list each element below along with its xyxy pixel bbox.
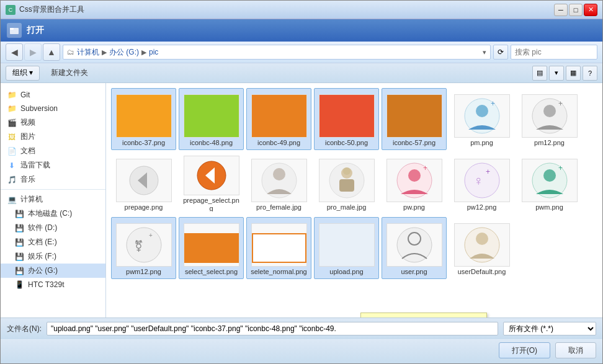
window-title: Css背景图合并工具 <box>19 4 84 15</box>
thumb-rect-orange <box>117 95 171 137</box>
file-item-iconbc-50[interactable]: iconbc-50.png <box>314 88 379 150</box>
file-item-iconbc-57[interactable]: iconbc-57.png <box>382 88 447 150</box>
file-thumbnail <box>454 223 510 267</box>
file-item-pro-male[interactable]: pro_male.jpg <box>314 153 379 215</box>
file-item-pro-female[interactable]: pro_female.jpg <box>246 153 311 215</box>
file-thumbnail <box>319 94 375 138</box>
file-item-select-select[interactable]: select_select.png <box>179 217 244 279</box>
file-name: prepage_select.png <box>182 197 241 211</box>
file-name: user.png <box>401 268 427 276</box>
dialog-icon <box>7 23 22 38</box>
open-button[interactable]: 打开(O) <box>499 342 550 358</box>
thumb-outline-rect <box>252 233 306 263</box>
sidebar-label-c: 本地磁盘 (C:) <box>28 208 72 219</box>
new-folder-button[interactable]: 新建文件夹 <box>45 66 94 81</box>
svg-rect-1 <box>10 28 14 30</box>
file-item-pw[interactable]: + pw.png <box>382 153 447 215</box>
file-item-prepage[interactable]: prepage.png <box>111 153 176 215</box>
file-item-pm[interactable]: + pm.png <box>449 88 514 150</box>
folder-icon: 📁 <box>7 90 17 100</box>
pm-avatar-svg: + <box>463 97 501 135</box>
pw-svg: + <box>396 162 433 199</box>
svg-text:+: + <box>149 232 153 239</box>
breadcrumb-dropdown[interactable]: ▾ <box>483 48 486 56</box>
sidebar-item-git[interactable]: 📁 Git <box>1 88 105 102</box>
view-list-button[interactable]: ▤ <box>532 66 547 81</box>
file-thumbnail <box>386 223 442 267</box>
sidebar-item-computer[interactable]: 💻 计算机 <box>1 192 105 206</box>
filename-input[interactable] <box>47 322 498 335</box>
view-preview-button[interactable]: ▦ <box>566 66 581 81</box>
sidebar-item-video[interactable]: 🎬 视频 <box>1 115 105 130</box>
svg-text:+: + <box>423 164 427 172</box>
sidebar-label-e: 文档 (E:) <box>28 237 57 247</box>
file-item-upload[interactable]: upload.png <box>314 217 379 279</box>
sidebar-item-pictures[interactable]: 🖼 图片 <box>1 130 105 144</box>
sidebar-item-subversion[interactable]: 📁 Subversion <box>1 102 105 115</box>
filetype-select[interactable]: 所有文件 (*.*) <box>503 322 596 335</box>
sidebar-label-pictures: 图片 <box>20 131 35 142</box>
svg-rect-16 <box>339 179 354 192</box>
dialog-header: 打开 <box>1 19 602 42</box>
thumb-rect-lime <box>184 95 239 137</box>
minimize-button[interactable]: ─ <box>554 4 568 16</box>
file-thumbnail: ♀ + <box>454 159 510 202</box>
help-button[interactable]: ? <box>583 66 597 81</box>
file-item-prepage-select[interactable]: prepage_select.png <box>179 153 244 215</box>
prepage-svg <box>128 165 159 196</box>
file-item-pm12[interactable]: + pm12.png <box>517 88 582 150</box>
sidebar-section-favorites: 📁 Git 📁 Subversion 🎬 视频 🖼 图片 📄 文档 <box>1 88 105 187</box>
up-button[interactable]: ▲ <box>43 43 60 61</box>
file-item-userdefault[interactable]: userDefault.png <box>449 217 514 279</box>
file-thumbnail: + <box>454 94 510 138</box>
breadcrumb-g[interactable]: 办公 (G:) <box>109 47 139 58</box>
file-item-pwm[interactable]: + pwm.png <box>517 153 582 215</box>
folder-icon-video: 🎬 <box>7 118 17 128</box>
file-item-pw12[interactable]: ♀ + pw12.png <box>449 153 514 215</box>
organize-button[interactable]: 组织 ▾ <box>6 66 40 81</box>
file-name: iconbc-49.png <box>257 139 300 147</box>
file-thumbnail: + <box>522 159 578 202</box>
sidebar-item-htc[interactable]: 📱 HTC T329t <box>1 278 105 291</box>
sidebar-item-docs[interactable]: 📄 文档 <box>1 144 105 158</box>
sidebar-item-music[interactable]: 🎵 音乐 <box>1 172 105 187</box>
file-name: pro_male.jpg <box>327 203 367 211</box>
svg-point-3 <box>476 105 488 117</box>
sidebar-item-thunder[interactable]: ⬇ 迅雷下载 <box>1 158 105 172</box>
file-item-user[interactable]: user.png <box>382 217 447 279</box>
sidebar-item-d[interactable]: 💾 软件 (D:) <box>1 221 105 235</box>
nav-bar: ◀ ▶ ▲ 🗂 计算机 ▶ 办公 (G:) ▶ pic ▾ ⟳ 🔍 <box>1 42 602 63</box>
search-input[interactable] <box>515 48 603 56</box>
refresh-button[interactable]: ⟳ <box>493 45 508 60</box>
folder-icon-subversion: 📁 <box>7 104 17 113</box>
back-button[interactable]: ◀ <box>6 43 23 61</box>
breadcrumb-pic[interactable]: pic <box>149 48 158 56</box>
sidebar-item-f[interactable]: 💾 娱乐 (F:) <box>1 249 105 264</box>
file-thumbnail <box>386 94 442 138</box>
file-item-iconbc-49[interactable]: iconbc-49.png <box>246 88 311 150</box>
file-item-selete-normal[interactable]: selete_normal.png <box>246 217 311 279</box>
file-thumbnail <box>184 223 239 267</box>
file-name: pm12.png <box>534 139 565 147</box>
breadcrumb-computer[interactable]: 计算机 <box>77 47 99 58</box>
file-item-iconbc-48[interactable]: iconbc-48.png <box>179 88 244 150</box>
drive-icon-e: 💾 <box>14 237 24 247</box>
forward-button[interactable]: ▶ <box>24 43 42 61</box>
svg-point-27 <box>127 228 161 262</box>
file-name: pro_female.jpg <box>256 203 302 211</box>
sidebar-item-c[interactable]: 💾 本地磁盘 (C:) <box>1 206 105 221</box>
maximize-button[interactable]: □ <box>569 4 583 16</box>
sidebar-item-e[interactable]: 💾 文档 (E:) <box>1 235 105 249</box>
cancel-button[interactable]: 取消 <box>555 342 596 358</box>
sidebar-label-git: Git <box>20 91 30 99</box>
file-item-pwm12[interactable]: ⚧ + pwm12.png <box>111 217 176 279</box>
sidebar-item-g[interactable]: 💾 办公 (G:) <box>1 264 105 278</box>
close-button[interactable]: ✕ <box>584 4 597 16</box>
buttons-row: 打开(O) 取消 <box>1 339 602 363</box>
file-name: iconbc-50.png <box>325 139 368 147</box>
file-item-iconbc-37[interactable]: iconbc-37.png <box>111 88 176 150</box>
main-window: C Css背景图合并工具 ─ □ ✕ 打开 ◀ ▶ ▲ 🗂 计算机 ▶ 办公 (… <box>0 0 603 364</box>
thumb-rect-red <box>319 95 374 137</box>
view-dropdown-button[interactable]: ▾ <box>549 66 564 81</box>
file-name: pw.png <box>403 203 425 211</box>
